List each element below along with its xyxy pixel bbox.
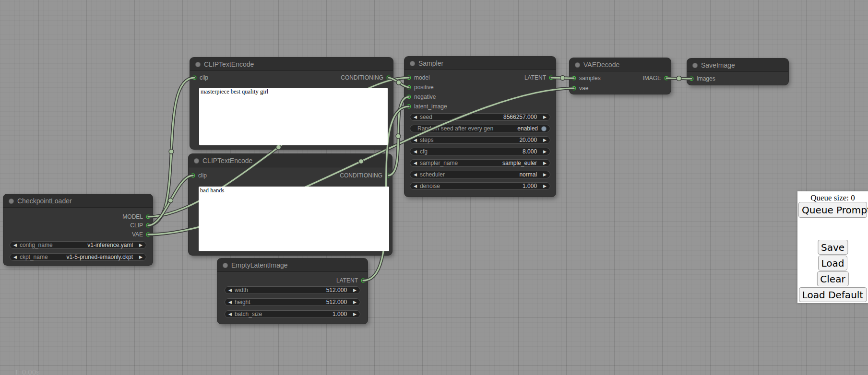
widget-increment-arrow[interactable]: ▶ bbox=[139, 242, 143, 248]
widget-increment-arrow[interactable]: ▶ bbox=[543, 148, 547, 155]
input-port-model[interactable] bbox=[406, 75, 411, 80]
node-collapse-dot[interactable] bbox=[194, 158, 199, 164]
input-port-vae[interactable] bbox=[571, 86, 576, 91]
node-collapse-dot[interactable] bbox=[223, 263, 228, 268]
widget-label: width bbox=[235, 287, 248, 293]
toggle-dot[interactable] bbox=[541, 126, 547, 131]
widget-cfg[interactable]: ◀cfg8.000▶ bbox=[410, 148, 550, 155]
node-collapse-dot[interactable] bbox=[575, 62, 580, 68]
widget-decrement-arrow[interactable]: ◀ bbox=[228, 311, 232, 317]
clear-button[interactable]: Clear bbox=[817, 271, 848, 286]
node-vae-decode[interactable]: VAEDecodesamplesvaeIMAGE bbox=[570, 58, 671, 94]
input-port-images[interactable] bbox=[689, 76, 694, 81]
output-port-CONDITIONING[interactable] bbox=[386, 75, 391, 80]
widget-value: 512.000 bbox=[326, 299, 347, 305]
widget-scheduler[interactable]: ◀schedulernormal▶ bbox=[410, 171, 550, 178]
node-title-bar[interactable]: EmptyLatentImage bbox=[217, 258, 368, 272]
widget-sampler-name[interactable]: ◀sampler_namesample_euler▶ bbox=[410, 159, 550, 167]
output-slot-label: LATENT bbox=[524, 74, 546, 82]
input-slot-label: images bbox=[697, 75, 715, 82]
widget-label: scheduler bbox=[420, 171, 445, 178]
widget-label: Random seed after every gen bbox=[417, 125, 493, 132]
widget-increment-arrow[interactable]: ▶ bbox=[543, 114, 547, 120]
node-title-bar[interactable]: Sampler bbox=[404, 57, 556, 70]
widget-label: batch_size bbox=[235, 311, 262, 317]
load-default-button[interactable]: Load Default bbox=[799, 287, 867, 302]
widget-increment-arrow[interactable]: ▶ bbox=[353, 311, 357, 317]
output-slot-label: CONDITIONING bbox=[341, 74, 383, 82]
widget-label: height bbox=[235, 299, 250, 305]
output-slot-label: LATENT bbox=[336, 277, 358, 284]
widget-decrement-arrow[interactable]: ◀ bbox=[228, 299, 232, 305]
output-port-LATENT[interactable] bbox=[549, 75, 554, 80]
widget-batch-size[interactable]: ◀batch_size1.000▶ bbox=[225, 310, 360, 318]
widget-decrement-arrow[interactable]: ◀ bbox=[414, 114, 417, 120]
widget-increment-arrow[interactable]: ▶ bbox=[543, 137, 547, 143]
prompt-textarea[interactable] bbox=[199, 187, 389, 251]
input-port-clip[interactable] bbox=[192, 75, 197, 80]
widget-random-seed-after-every-gen[interactable]: Random seed after every genenabled bbox=[410, 125, 550, 132]
node-checkpoint-loader[interactable]: CheckpointLoaderMODELCLIPVAE◀config_name… bbox=[3, 194, 153, 265]
node-collapse-dot[interactable] bbox=[195, 62, 201, 67]
widget-increment-arrow[interactable]: ▶ bbox=[543, 160, 547, 166]
node-title-bar[interactable]: CLIPTextEncode bbox=[189, 154, 392, 167]
queue-prompt-button[interactable]: Queue Prompt bbox=[798, 202, 867, 218]
widget-increment-arrow[interactable]: ▶ bbox=[139, 254, 143, 260]
node-title-bar[interactable]: CheckpointLoader bbox=[3, 194, 153, 208]
widget-height[interactable]: ◀height512.000▶ bbox=[225, 298, 360, 306]
widget-steps[interactable]: ◀steps20.000▶ bbox=[410, 136, 550, 144]
load-button[interactable]: Load bbox=[818, 256, 848, 270]
widget-decrement-arrow[interactable]: ◀ bbox=[414, 160, 417, 166]
node-collapse-dot[interactable] bbox=[692, 63, 698, 68]
node-collapse-dot[interactable] bbox=[410, 61, 415, 66]
node-sampler[interactable]: Samplermodelpositivenegativelatent_image… bbox=[404, 57, 556, 197]
widget-config-name[interactable]: ◀config_namev1-inference.yaml▶ bbox=[10, 241, 146, 249]
widget-decrement-arrow[interactable]: ◀ bbox=[13, 242, 17, 248]
widget-denoise[interactable]: ◀denoise1.000▶ bbox=[410, 182, 550, 190]
input-slot-label: clip bbox=[198, 172, 207, 179]
save-button[interactable]: Save bbox=[818, 240, 848, 255]
widget-decrement-arrow[interactable]: ◀ bbox=[13, 254, 17, 260]
prompt-textarea[interactable] bbox=[199, 88, 388, 145]
input-port-negative[interactable] bbox=[406, 94, 411, 99]
output-slot-label: VAE bbox=[132, 231, 143, 238]
input-port-positive[interactable] bbox=[406, 85, 411, 90]
output-slot-label: CONDITIONING bbox=[340, 172, 382, 179]
output-port-CONDITIONING[interactable] bbox=[385, 173, 390, 178]
widget-ckpt-name[interactable]: ◀ckpt_namev1-5-pruned-emaonly.ckpt▶ bbox=[10, 253, 146, 261]
widget-decrement-arrow[interactable]: ◀ bbox=[228, 287, 232, 293]
node-title-bar[interactable]: SaveImage bbox=[687, 59, 788, 72]
output-port-IMAGE[interactable] bbox=[664, 76, 669, 81]
widget-decrement-arrow[interactable]: ◀ bbox=[414, 183, 417, 189]
widget-decrement-arrow[interactable]: ◀ bbox=[414, 137, 417, 143]
widget-value: 20.000 bbox=[519, 137, 537, 143]
output-port-CLIP[interactable] bbox=[146, 223, 151, 228]
node-title: EmptyLatentImage bbox=[231, 258, 288, 272]
node-collapse-dot[interactable] bbox=[9, 199, 14, 204]
widget-decrement-arrow[interactable]: ◀ bbox=[414, 148, 417, 155]
widget-seed[interactable]: ◀seed8566257.000▶ bbox=[410, 113, 550, 121]
widget-increment-arrow[interactable]: ▶ bbox=[543, 171, 547, 178]
node-title: Sampler bbox=[418, 57, 443, 70]
input-port-clip[interactable] bbox=[190, 173, 195, 178]
input-port-latent_image[interactable] bbox=[406, 104, 411, 109]
input-slot-label: positive bbox=[414, 83, 434, 91]
widget-label: cfg bbox=[420, 148, 428, 155]
output-port-LATENT[interactable] bbox=[361, 278, 366, 283]
widget-value: 1.000 bbox=[333, 311, 347, 317]
output-port-MODEL[interactable] bbox=[146, 214, 151, 219]
widget-value: 512.000 bbox=[326, 287, 347, 293]
input-port-samples[interactable] bbox=[571, 76, 576, 81]
widget-increment-arrow[interactable]: ▶ bbox=[543, 183, 547, 189]
node-save-image[interactable]: SaveImageimages bbox=[687, 59, 788, 85]
node-title-bar[interactable]: CLIPTextEncode bbox=[190, 58, 393, 71]
widget-width[interactable]: ◀width512.000▶ bbox=[225, 286, 360, 294]
widget-increment-arrow[interactable]: ▶ bbox=[353, 287, 357, 293]
graph-canvas[interactable]: { "canvas": { "width": 1809, "height": 7… bbox=[0, 0, 868, 375]
node-empty-latent-image[interactable]: EmptyLatentImageLATENT◀width512.000▶◀hei… bbox=[217, 258, 368, 324]
widget-increment-arrow[interactable]: ▶ bbox=[353, 299, 357, 305]
node-title-bar[interactable]: VAEDecode bbox=[570, 58, 671, 71]
output-slot-label: CLIP bbox=[130, 222, 143, 229]
output-port-VAE[interactable] bbox=[146, 232, 151, 237]
widget-decrement-arrow[interactable]: ◀ bbox=[414, 171, 417, 178]
